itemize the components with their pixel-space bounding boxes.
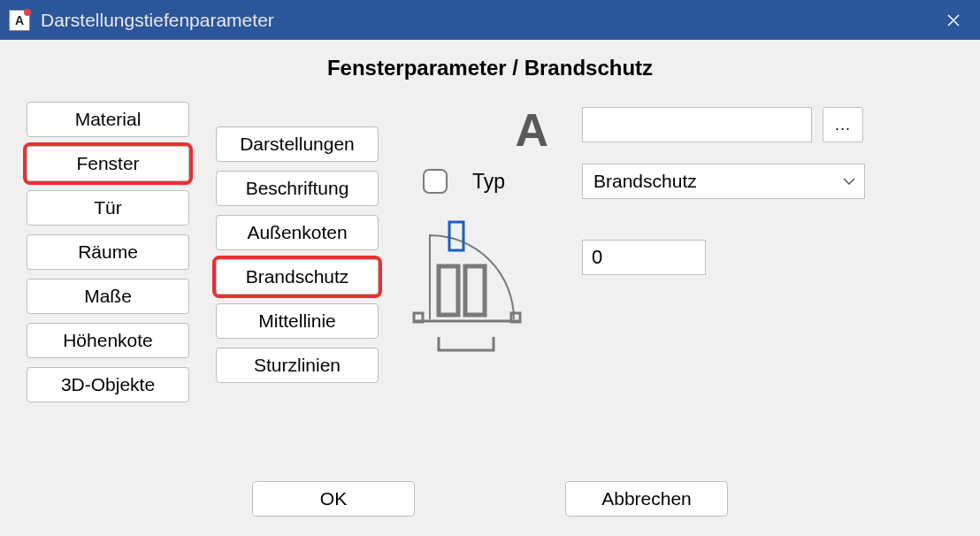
sub-aussenkoten[interactable]: Außenkoten [216,215,379,250]
svg-rect-1 [439,266,458,315]
dialog-window: A Darstellungstiefenparameter Fensterpar… [0,0,980,536]
type-checkbox[interactable] [423,169,448,194]
chevron-down-icon [843,174,855,188]
sub-brandschutz[interactable]: Brandschutz [216,259,379,295]
app-icon: A [9,10,30,31]
type-row: Typ [405,169,555,194]
title-bar: A Darstellungstiefenparameter [0,0,980,40]
sub-darstellungen[interactable]: Darstellungen [216,126,379,162]
browse-button[interactable]: ... [823,107,863,142]
ok-button[interactable]: OK [252,481,415,517]
type-select-row: Brandschutz [582,164,953,199]
right-column: ... Brandschutz [582,102,953,199]
category-fenster[interactable]: Fenster [27,146,189,181]
category-column: Material Fenster Tür Räume Maße Höhenkot… [27,102,189,402]
svg-rect-0 [449,222,463,250]
category-masse[interactable]: Maße [27,279,189,314]
sub-beschriftung[interactable]: Beschriftung [216,171,379,206]
preview-column: A Typ [405,102,555,364]
svg-rect-2 [465,266,485,315]
category-tuer[interactable]: Tür [27,190,189,226]
content-area: Fensterparameter / Brandschutz Material … [0,40,980,536]
value-input[interactable] [582,240,706,275]
category-hoehenkote[interactable]: Höhenkote [27,323,189,358]
footer: OK Abbrechen [0,481,980,517]
sub-sturzlinien[interactable]: Sturzlinien [216,348,379,383]
text-style-row: ... [582,107,953,142]
subcategory-column: Darstellungen Beschriftung Außenkoten Br… [216,126,379,383]
page-title: Fensterparameter / Brandschutz [27,56,953,80]
window-diagram [405,213,547,364]
svg-rect-5 [511,313,520,322]
window-title: Darstellungstiefenparameter [41,10,274,31]
category-raeume[interactable]: Räume [27,234,189,270]
category-material[interactable]: Material [27,102,189,137]
cancel-button[interactable]: Abbrechen [565,481,728,517]
type-select[interactable]: Brandschutz [582,164,865,199]
close-button[interactable] [927,0,980,40]
svg-rect-4 [414,313,423,322]
columns: Material Fenster Tür Räume Maße Höhenkot… [27,102,953,402]
category-3dobjekte[interactable]: 3D-Objekte [27,367,189,402]
sub-mittellinie[interactable]: Mittellinie [216,303,379,339]
type-select-value: Brandschutz [593,171,697,192]
type-label: Typ [472,170,505,194]
text-style-input[interactable] [582,107,812,142]
text-style-preview: A [405,107,555,153]
close-icon [947,14,960,27]
